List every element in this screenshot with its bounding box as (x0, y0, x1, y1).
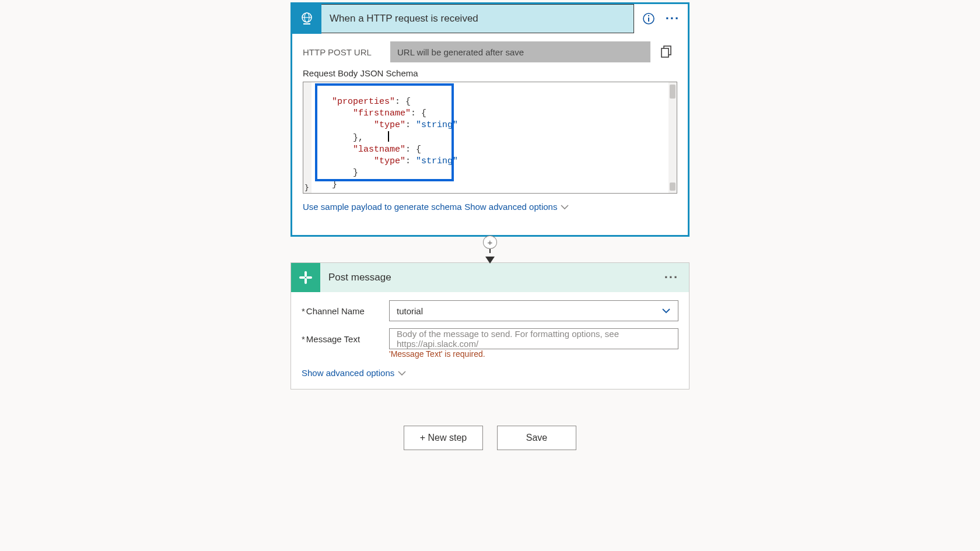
svg-rect-9 (304, 271, 307, 277)
trigger-title: When a HTTP request is received (321, 13, 629, 24)
chevron-down-icon (398, 370, 406, 376)
http-request-icon (292, 3, 321, 34)
action-card-post-message: Post message ··· *Channel Name tutorial … (290, 262, 690, 389)
show-advanced-options-link[interactable]: Show advanced options (464, 202, 569, 212)
more-menu-icon[interactable]: ··· (666, 11, 680, 26)
url-placeholder-text: URL will be generated after save (397, 47, 524, 57)
trigger-header[interactable]: When a HTTP request is received (292, 4, 634, 33)
svg-rect-11 (299, 276, 305, 279)
fold-caret-icon: } (304, 183, 309, 192)
code-key: "firstname" (353, 108, 411, 118)
http-post-url-label: HTTP POST URL (303, 47, 390, 57)
text-cursor (388, 131, 389, 142)
channel-name-select[interactable]: tutorial (389, 300, 678, 321)
channel-name-value: tutorial (397, 306, 423, 316)
code-key: "type" (374, 120, 405, 130)
editor-scrollbar[interactable] (668, 82, 677, 193)
code-key: "lastname" (353, 145, 405, 155)
arrow-down-icon (485, 257, 495, 264)
json-schema-editor[interactable]: } "properties": { "firstname": { "type":… (303, 82, 677, 194)
message-text-error: 'Message Text' is required. (389, 349, 678, 359)
scrollbar-thumb[interactable] (670, 85, 676, 99)
chevron-down-icon (561, 204, 569, 210)
svg-rect-12 (306, 276, 312, 279)
http-post-url-field: URL will be generated after save (390, 41, 650, 62)
scrollbar-thumb[interactable] (670, 183, 676, 191)
svg-rect-10 (304, 278, 307, 284)
info-icon[interactable] (642, 12, 655, 25)
save-button[interactable]: Save (497, 426, 576, 450)
svg-rect-3 (303, 23, 310, 24)
code-string: "string" (416, 156, 458, 166)
slack-icon (291, 263, 320, 292)
schema-label: Request Body JSON Schema (303, 68, 677, 78)
channel-name-label: *Channel Name (302, 306, 389, 316)
copy-url-button[interactable] (656, 41, 677, 62)
code-key: "properties" (332, 97, 395, 107)
message-text-input[interactable]: Body of the message to send. For formatt… (389, 328, 678, 349)
show-advanced-options-link[interactable]: Show advanced options (302, 368, 406, 378)
svg-rect-8 (662, 48, 668, 57)
svg-rect-5 (648, 17, 649, 22)
trigger-card: When a HTTP request is received ··· HTTP… (290, 2, 690, 237)
chevron-down-icon (662, 307, 671, 314)
trigger-header-row: When a HTTP request is received ··· (292, 4, 688, 33)
connector: + (290, 236, 690, 264)
action-header[interactable]: Post message ··· (291, 263, 689, 292)
new-step-button[interactable]: + New step (404, 426, 483, 450)
message-text-placeholder: Body of the message to send. For formatt… (397, 329, 671, 349)
code-string: "string" (416, 120, 458, 130)
code-key: "type" (374, 156, 405, 166)
more-menu-icon[interactable]: ··· (659, 270, 684, 285)
footer-actions: + New step Save (290, 426, 690, 450)
use-sample-payload-link[interactable]: Use sample payload to generate schema (303, 202, 462, 212)
editor-content[interactable]: "properties": { "firstname": { "type": "… (312, 82, 668, 193)
action-title: Post message (320, 272, 659, 283)
editor-gutter: } (303, 82, 312, 193)
add-step-inline-button[interactable]: + (483, 236, 497, 249)
connector-line (489, 249, 491, 253)
svg-rect-6 (648, 15, 649, 16)
message-text-label: *Message Text (302, 334, 389, 344)
